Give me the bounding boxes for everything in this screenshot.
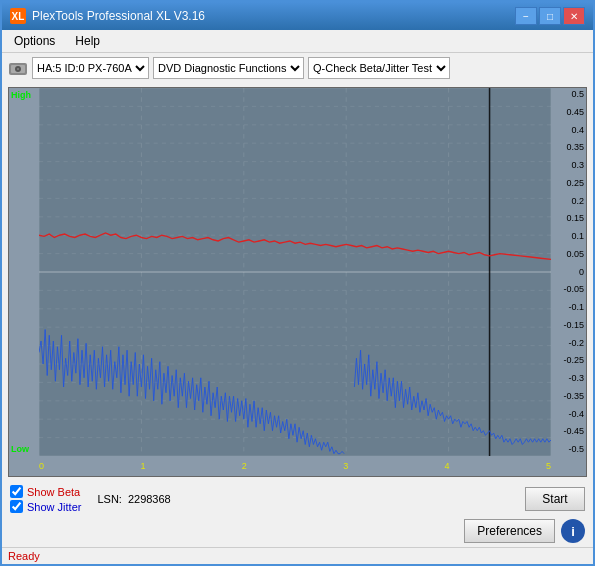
show-jitter-row: Show Jitter — [10, 500, 81, 513]
x-label-2: 2 — [242, 461, 247, 471]
chart-high-label: High — [11, 90, 31, 100]
y-label-18: -0.4 — [568, 410, 584, 419]
x-label-4: 4 — [445, 461, 450, 471]
function-select[interactable]: DVD Diagnostic Functions — [153, 57, 304, 79]
y-label-17: -0.35 — [563, 392, 584, 401]
x-label-0: 0 — [39, 461, 44, 471]
y-label-2: 0.4 — [571, 126, 584, 135]
x-axis: 0 1 2 3 4 5 — [39, 456, 551, 476]
chart-low-label: Low — [11, 444, 29, 454]
y-label-5: 0.25 — [566, 179, 584, 188]
lsn-section: LSN: 2298368 — [97, 493, 170, 505]
toolbar: HA:5 ID:0 PX-760A DVD Diagnostic Functio… — [2, 53, 593, 83]
preferences-button[interactable]: Preferences — [464, 519, 555, 543]
start-button[interactable]: Start — [525, 487, 585, 511]
x-label-5: 5 — [546, 461, 551, 471]
lsn-value: 2298368 — [128, 493, 171, 505]
test-select[interactable]: Q-Check Beta/Jitter Test — [308, 57, 450, 79]
checkbox-group: Show Beta Show Jitter — [10, 485, 81, 513]
y-label-0: 0.5 — [571, 90, 584, 99]
window-controls: − □ ✕ — [515, 7, 585, 25]
lsn-label: LSN: — [97, 493, 121, 505]
main-window: XL PlexTools Professional XL V3.16 − □ ✕… — [0, 0, 595, 566]
x-label-1: 1 — [140, 461, 145, 471]
y-label-6: 0.2 — [571, 197, 584, 206]
show-beta-checkbox[interactable] — [10, 485, 23, 498]
y-label-12: -0.1 — [568, 303, 584, 312]
show-beta-label: Show Beta — [27, 486, 80, 498]
y-label-15: -0.25 — [563, 356, 584, 365]
window-title: PlexTools Professional XL V3.16 — [32, 9, 205, 23]
y-label-1: 0.45 — [566, 108, 584, 117]
maximize-button[interactable]: □ — [539, 7, 561, 25]
minimize-button[interactable]: − — [515, 7, 537, 25]
drive-select[interactable]: HA:5 ID:0 PX-760A — [32, 57, 149, 79]
title-bar: XL PlexTools Professional XL V3.16 − □ ✕ — [2, 2, 593, 30]
info-button[interactable]: i — [561, 519, 585, 543]
title-bar-left: XL PlexTools Professional XL V3.16 — [10, 8, 205, 24]
app-icon: XL — [10, 8, 26, 24]
x-label-3: 3 — [343, 461, 348, 471]
y-label-16: -0.3 — [568, 374, 584, 383]
show-jitter-label: Show Jitter — [27, 501, 81, 513]
chart-svg — [39, 88, 551, 456]
y-label-13: -0.15 — [563, 321, 584, 330]
y-label-9: 0.05 — [566, 250, 584, 259]
svg-point-3 — [17, 68, 19, 70]
menu-options[interactable]: Options — [6, 32, 63, 50]
close-button[interactable]: ✕ — [563, 7, 585, 25]
y-label-14: -0.2 — [568, 339, 584, 348]
show-jitter-checkbox[interactable] — [10, 500, 23, 513]
show-beta-row: Show Beta — [10, 485, 81, 498]
y-label-20: -0.5 — [568, 445, 584, 454]
drive-icon — [8, 58, 28, 78]
y-label-8: 0.1 — [571, 232, 584, 241]
chart-container: High Low 0.5 0.45 0.4 0.35 0.3 0.25 0.2 … — [8, 87, 587, 477]
y-label-19: -0.45 — [563, 427, 584, 436]
y-label-11: -0.05 — [563, 285, 584, 294]
y-axis-right: 0.5 0.45 0.4 0.35 0.3 0.25 0.2 0.15 0.1 … — [551, 88, 586, 456]
menu-bar: Options Help — [2, 30, 593, 53]
status-text: Ready — [8, 550, 40, 562]
y-label-10: 0 — [579, 268, 584, 277]
y-label-7: 0.15 — [566, 214, 584, 223]
status-bar: Ready — [2, 547, 593, 564]
y-label-3: 0.35 — [566, 143, 584, 152]
y-label-4: 0.3 — [571, 161, 584, 170]
bottom-bar: Show Beta Show Jitter LSN: 2298368 Start — [2, 481, 593, 517]
action-row: Preferences i — [2, 517, 593, 547]
menu-help[interactable]: Help — [67, 32, 108, 50]
